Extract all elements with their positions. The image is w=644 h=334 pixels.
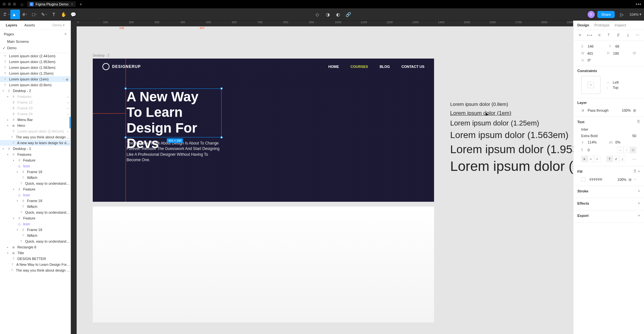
home-icon[interactable]: ⌂ (21, 2, 23, 7)
visibility-icon[interactable]: ◉ (633, 108, 636, 113)
layer-watch[interactable]: WAtch (0, 175, 71, 181)
nav-contact[interactable]: CONTACT US (402, 65, 424, 69)
align-top-icon[interactable]: ⤒ (606, 32, 611, 38)
text-valign-mid-icon[interactable]: ⇵ (613, 156, 619, 162)
layer-quick[interactable]: Quick, easy to understand ma... (0, 238, 71, 244)
more-icon[interactable]: ••• (636, 2, 641, 7)
layer-frame23[interactable]: Frame 23– (0, 105, 71, 111)
layer-feature[interactable]: Feature (0, 157, 71, 163)
letter-spacing[interactable]: 0% (615, 140, 635, 144)
add-export-icon[interactable]: + (638, 213, 640, 218)
layer-feature[interactable]: Feature (0, 186, 71, 192)
type-sample-125[interactable]: Lorem ipsum dolor (1.25em) (450, 119, 539, 127)
distribute-icon[interactable]: ⋯ (635, 32, 640, 38)
layer-d1-sub[interactable]: The way you think about design is abo... (0, 267, 71, 273)
align-right-icon[interactable]: ⤨ (597, 32, 602, 38)
layer-opacity[interactable]: 100% (622, 108, 631, 112)
layer-frame24[interactable]: Frame 24– (0, 111, 71, 117)
layer-title[interactable]: Title (0, 250, 71, 256)
canvas[interactable]: 0100200300400500600700800900100011001200… (71, 21, 573, 334)
remove-fill-icon[interactable]: − (634, 177, 636, 182)
layer-features-d1[interactable]: Features (0, 152, 71, 157)
layer-text[interactable]: Lorem ipsum dolor (1.25em) (0, 70, 71, 76)
present-icon[interactable]: ▷ (617, 10, 627, 19)
layer-quick[interactable]: Quick, easy to understand ma... (0, 181, 71, 186)
align-hcenter-icon[interactable]: ⟷ (587, 32, 592, 38)
layer-icon[interactable]: Icon (0, 163, 71, 169)
fill-hex[interactable]: FFFFFF (590, 178, 615, 181)
layer-frame22[interactable]: Frame 22– (0, 99, 71, 105)
layer-frame-desktop2[interactable]: Desktop - 2 (0, 88, 71, 94)
layer-quick[interactable]: Quick, easy to understand ma... (0, 209, 71, 215)
type-sample-244[interactable]: Lorem ipsum dolor (2.441em) (450, 158, 573, 174)
text-settings-icon[interactable]: ⋯ (632, 157, 636, 162)
frame-tool[interactable]: # (20, 10, 30, 19)
blend-mode[interactable]: Pass through (588, 108, 620, 112)
text-valign-bot-icon[interactable]: ⤓ (619, 156, 626, 162)
comment-tool[interactable]: 💬 (68, 10, 78, 19)
page-dropdown[interactable]: Demo ▾ (51, 22, 67, 28)
fill-visibility-icon[interactable]: ◉ (628, 177, 632, 182)
add-effect-icon[interactable]: + (638, 201, 640, 206)
text-tool[interactable]: T (49, 10, 59, 19)
shape-tool[interactable]: □ (30, 10, 39, 19)
visibility-icon[interactable]: ◉ (66, 78, 69, 81)
layer-frame18[interactable]: Frame 18 (0, 169, 71, 175)
text-align-left-icon[interactable]: ≡ (581, 156, 588, 162)
page-demo[interactable]: Demo (0, 45, 71, 51)
zoom-level[interactable]: 104% ▾ (630, 12, 641, 16)
field-y[interactable]: 68 (615, 44, 635, 48)
constraint-v[interactable]: Top (613, 86, 619, 89)
move-tool[interactable]: ▲ (10, 10, 20, 19)
layer-feature[interactable]: Feature (0, 215, 71, 221)
tab-layers[interactable]: Layers (4, 22, 19, 28)
main-menu-icon[interactable] (3, 10, 10, 19)
link-icon[interactable]: 🔗 (344, 10, 353, 19)
text-align-right-icon[interactable]: ≡ (594, 156, 601, 162)
frame-label[interactable]: Desktop - 2 (93, 54, 109, 57)
text-style-icon[interactable]: ⠿ (637, 119, 640, 124)
window-controls[interactable] (3, 3, 16, 6)
layer-text-selected[interactable]: Lorem ipsum dolor (1em)▫◉ (0, 76, 71, 82)
text-valign-top-icon[interactable]: ⤒ (606, 156, 613, 162)
layer-design-better[interactable]: DESIGN BETTER (0, 256, 71, 262)
layer-icon[interactable]: Icon (0, 192, 71, 198)
constraints-widget[interactable]: + (581, 76, 601, 94)
artboard-lower[interactable] (93, 207, 434, 322)
font-family[interactable]: Inter (581, 127, 636, 131)
layer-hero-title[interactable]: A new way to learn design for devs (0, 140, 71, 146)
add-page-icon[interactable]: + (64, 32, 67, 36)
align-left-icon[interactable]: ⤧ (577, 32, 582, 38)
tab-assets[interactable]: Assets (22, 22, 37, 28)
fill-swatch[interactable] (581, 177, 586, 182)
line-height[interactable]: 114% (588, 140, 607, 144)
layer-features[interactable]: Features– (0, 94, 71, 99)
autoheight-icon[interactable]: ↕ (623, 147, 630, 153)
tab-prototype[interactable]: Prototype (594, 23, 610, 27)
layer-anewway[interactable]: A New Way to Learn Design For Devs (0, 262, 71, 267)
pen-tool[interactable]: ✎ (39, 10, 49, 19)
font-size[interactable]: 50 (632, 134, 636, 138)
add-stroke-icon[interactable]: + (638, 189, 640, 193)
layer-rect8[interactable]: Rectangle 8 (0, 244, 71, 250)
layer-text[interactable]: Lorem ipsum dolor (2.441em) (0, 53, 71, 59)
boolean-icon[interactable]: ◐ (333, 10, 343, 19)
page-main-screens[interactable]: Main Screens (0, 38, 71, 45)
align-bottom-icon[interactable]: ⤓ (625, 32, 630, 38)
nav-courses[interactable]: COURSES (351, 65, 368, 69)
lock-icon[interactable]: ▫ (63, 78, 64, 81)
type-sample-195[interactable]: Lorem ipsum dolor (1.953em) (450, 143, 573, 156)
tab-design[interactable]: Design (577, 23, 589, 27)
fill-style-icon[interactable]: ⠿ (633, 169, 637, 174)
hero-subtitle[interactable]: The Way You Think About Design Is About … (127, 141, 222, 163)
layer-text[interactable]: Lorem ipsum dolor (1.563em) (0, 65, 71, 70)
layer-frame-desktop1[interactable]: Desktop - 1 (0, 146, 71, 152)
close-icon[interactable]: × (71, 2, 73, 6)
type-sample-156[interactable]: Lorem ipsum dolor (1.563em) (450, 130, 568, 140)
layer-text[interactable]: Lorem ipsum dolor (1.953em) (0, 59, 71, 65)
layer-text[interactable]: Lorem ipsum dolor (0.8em) (0, 82, 71, 88)
autowidth-icon[interactable]: ↔ (617, 147, 623, 153)
layer-frame18[interactable]: Frame 18 (0, 198, 71, 204)
layer-menu-bar[interactable]: Menu Bar (0, 117, 71, 123)
share-button[interactable]: Share (597, 11, 614, 18)
